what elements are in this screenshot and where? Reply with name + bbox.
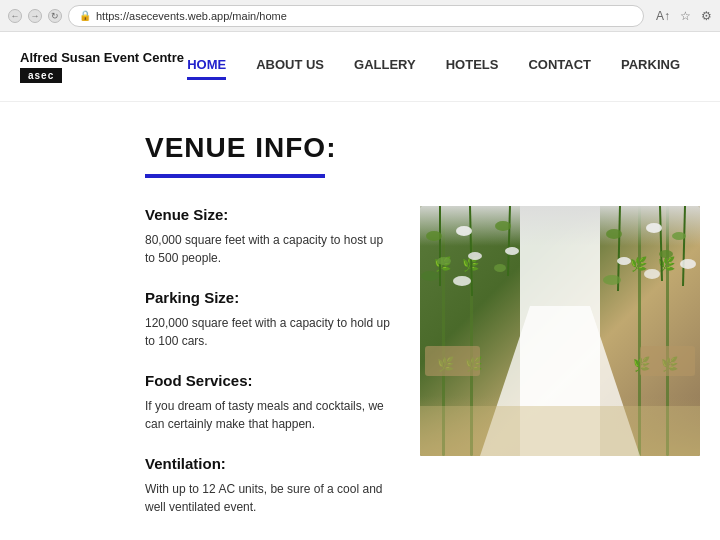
settings-icon[interactable]: ⚙ (701, 9, 712, 23)
nav-hotels[interactable]: HOTELS (446, 57, 499, 76)
svg-point-19 (644, 269, 660, 279)
address-bar[interactable]: 🔒 https://asecevents.web.app/main/home (68, 5, 644, 27)
svg-point-15 (603, 275, 621, 285)
svg-point-7 (453, 276, 471, 286)
logo-name: Alfred Susan Event Centre (20, 50, 184, 66)
main-content: VENUE INFO: Venue Size: 80,000 square fe… (0, 102, 720, 540)
lock-icon: 🔒 (79, 10, 91, 21)
svg-rect-24 (425, 346, 480, 376)
nav-parking[interactable]: PARKING (621, 57, 680, 76)
svg-point-14 (617, 257, 631, 265)
svg-line-8 (508, 206, 510, 276)
profile-icon: A↑ (656, 9, 670, 23)
svg-point-6 (468, 252, 482, 260)
refresh-button[interactable]: ↻ (48, 9, 62, 23)
svg-point-17 (646, 223, 662, 233)
browser-chrome: ← → ↻ 🔒 https://asecevents.web.app/main/… (0, 0, 720, 32)
nav-home[interactable]: HOME (187, 57, 226, 76)
svg-point-2 (437, 257, 451, 265)
ventilation-text: With up to 12 AC units, be sure of a coo… (145, 480, 390, 516)
nav-contact[interactable]: CONTACT (528, 57, 591, 76)
svg-point-1 (426, 231, 442, 241)
svg-point-9 (495, 221, 511, 231)
browser-controls: ← → ↻ (8, 9, 62, 23)
parking-size-text: 120,000 square feet with a capacity to h… (145, 314, 390, 350)
nav-about[interactable]: ABOUT US (256, 57, 324, 76)
svg-point-10 (505, 247, 519, 255)
svg-point-3 (421, 271, 439, 281)
navbar: Alfred Susan Event Centre asec HOME ABOU… (0, 32, 720, 102)
venue-size-text: 80,000 square feet with a capacity to ho… (145, 231, 390, 267)
svg-point-5 (456, 226, 472, 236)
nav-gallery[interactable]: GALLERY (354, 57, 416, 76)
back-button[interactable]: ← (8, 9, 22, 23)
browser-icons: A↑ ☆ ⚙ (656, 9, 712, 23)
svg-point-18 (659, 250, 673, 258)
svg-rect-25 (640, 346, 695, 376)
page-title: VENUE INFO: (145, 132, 700, 164)
bookmark-icon[interactable]: ☆ (680, 9, 691, 23)
venue-size-heading: Venue Size: (145, 206, 390, 223)
site-content: Alfred Susan Event Centre asec HOME ABOU… (0, 32, 720, 540)
logo-area: Alfred Susan Event Centre asec (20, 50, 184, 84)
venue-image (420, 206, 700, 456)
forward-button[interactable]: → (28, 9, 42, 23)
food-services-heading: Food Services: (145, 372, 390, 389)
food-services-block: Food Services: If you dream of tasty mea… (145, 372, 390, 433)
svg-point-13 (606, 229, 622, 239)
svg-point-21 (672, 232, 686, 240)
venue-img-inner (420, 206, 700, 456)
venue-svg (420, 206, 700, 456)
svg-line-16 (660, 206, 662, 281)
title-underline (145, 174, 325, 178)
ventilation-block: Ventilation: With up to 12 AC units, be … (145, 455, 390, 516)
svg-rect-26 (420, 406, 700, 456)
svg-point-22 (680, 259, 696, 269)
ventilation-heading: Ventilation: (145, 455, 390, 472)
parking-size-heading: Parking Size: (145, 289, 390, 306)
content-wrapper: Venue Size: 80,000 square feet with a ca… (145, 206, 700, 538)
nav-links: HOME ABOUT US GALLERY HOTELS CONTACT PAR… (187, 57, 680, 76)
url-text: https://asecevents.web.app/main/home (96, 10, 287, 22)
food-services-text: If you dream of tasty meals and cocktail… (145, 397, 390, 433)
svg-line-20 (683, 206, 685, 286)
logo-badge: asec (20, 68, 62, 83)
svg-point-11 (494, 264, 506, 272)
venue-size-block: Venue Size: 80,000 square feet with a ca… (145, 206, 390, 267)
info-section: Venue Size: 80,000 square feet with a ca… (145, 206, 390, 538)
parking-size-block: Parking Size: 120,000 square feet with a… (145, 289, 390, 350)
